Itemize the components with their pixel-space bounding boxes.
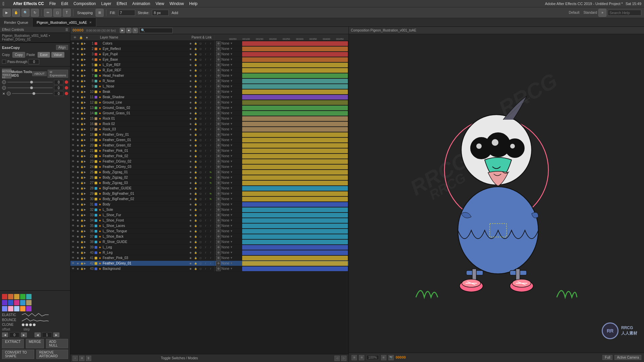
stroke-input[interactable] [152, 10, 169, 16]
layer-eye-btn-34[interactable]: 👁 [70, 223, 76, 229]
layer-color-box-1[interactable] [95, 48, 97, 50]
toolbar-shape-btn[interactable]: ◻ [53, 9, 61, 17]
align-button[interactable]: Align [56, 45, 68, 50]
layer-eye-btn-16[interactable]: 👁 [70, 127, 76, 132]
sw-lock-11[interactable]: 🔒 [193, 100, 198, 105]
layer-name-16[interactable]: Rock_03 [103, 127, 188, 131]
sw-collapse-25[interactable]: ◻ [198, 175, 203, 180]
parent-icon-23[interactable]: ⊙ [216, 165, 221, 169]
parent-icon-1[interactable]: ⊙ [216, 47, 221, 51]
sw-lock-37[interactable]: 🔒 [193, 240, 198, 244]
layer-expand-btn-4[interactable]: ▶ [84, 63, 87, 66]
red-dot-3[interactable] [65, 92, 68, 95]
layer-lock-btn-34[interactable]: 🔒 [80, 224, 84, 228]
ease-button[interactable]: Ease [38, 52, 50, 58]
layer-eye-btn-37[interactable]: 👁 [70, 239, 76, 245]
layer-solo-btn-8[interactable]: ◉ [76, 84, 80, 88]
layer-lock-btn-5[interactable]: 🔒 [80, 68, 84, 72]
layer-solo-btn-39[interactable]: ◉ [76, 251, 80, 255]
layer-row[interactable]: 👁 ◉ 🔒 ▶ 13 ★ Ground_Grass_02 ◉ 🔒 ◻ / / [70, 105, 348, 111]
sw-solo-20[interactable]: ◉ [188, 148, 193, 153]
layer-solo-btn-16[interactable]: ◉ [76, 127, 80, 131]
parent-arrow-28[interactable]: ▼ [230, 192, 233, 195]
parent-icon-0[interactable]: ⊙ [216, 41, 221, 46]
layer-lock-btn-14[interactable]: 🔒 [80, 117, 84, 121]
sw-solo-11[interactable]: ◉ [188, 100, 193, 105]
parent-icon-25[interactable]: ⊙ [216, 175, 221, 180]
sw-slash-36[interactable]: / [208, 234, 213, 239]
layer-color-box-33[interactable] [95, 219, 97, 222]
layer-color-box-12[interactable] [95, 107, 97, 109]
step-increase-btn[interactable]: ▶ [53, 333, 59, 337]
layer-row[interactable]: 👁 ◉ 🔒 ▶ 34 ★ L_Shoe_Front ◉ 🔒 ◻ / / ⊙ [70, 218, 348, 223]
parent-arrow-8[interactable]: ▼ [230, 85, 233, 88]
parent-arrow-38[interactable]: ▼ [230, 246, 233, 249]
layer-solo-btn-0[interactable]: ◉ [76, 42, 80, 46]
timeline-loop-btn[interactable]: ↻ [132, 28, 138, 33]
parent-icon-27[interactable]: ⊙ [216, 186, 221, 191]
sw-slash-32[interactable]: / [208, 213, 213, 218]
layer-eye-btn-41[interactable]: 👁 [70, 261, 76, 266]
parent-arrow-7[interactable]: ▼ [230, 79, 233, 82]
sw-collapse-11[interactable]: ◻ [198, 100, 203, 105]
layer-lock-btn-2[interactable]: 🔒 [80, 52, 84, 56]
layer-eye-btn-40[interactable]: 👁 [70, 255, 76, 261]
menu-layer[interactable]: Layer [99, 1, 114, 7]
layer-expand-btn-9[interactable]: ▶ [84, 90, 87, 93]
layer-name-28[interactable]: Body_BigFeather_01 [103, 192, 188, 195]
sw-collapse-40[interactable]: ◻ [198, 256, 203, 260]
sw-solo-32[interactable]: ◉ [188, 213, 193, 218]
sw-solo-36[interactable]: ◉ [188, 234, 193, 239]
layer-row[interactable]: 👁 ◉ 🔒 ▶ 38 ★ R_Shoe_GUIDE ◉ 🔒 ◻ / / ⊙ [70, 239, 348, 245]
tab-render-queue[interactable]: Render Queue [0, 18, 33, 27]
sw-collapse-36[interactable]: ◻ [198, 234, 203, 239]
parent-arrow-41[interactable]: ▼ [230, 262, 233, 265]
convert-shape-button[interactable]: CONVERT TO SHAPE [2, 350, 34, 359]
layer-row[interactable]: 👁 ◉ 🔒 ▶ 23 ★ Feather_DGrey_02 ◉ 🔒 ◻ / / [70, 159, 348, 164]
layer-row[interactable]: 👁 ◉ 🔒 ▶ 7 ★ Head_Feather ◉ 🔒 ◻ / / ⊙ [70, 73, 348, 78]
sw-collapse-39[interactable]: ◻ [198, 250, 203, 255]
layer-solo-btn-13[interactable]: ◉ [76, 111, 80, 115]
sw-lock-8[interactable]: 🔒 [193, 84, 198, 89]
layer-lock-btn-10[interactable]: 🔒 [80, 95, 84, 99]
sw-quality-27[interactable]: / [203, 186, 208, 191]
parent-arrow-35[interactable]: ▼ [230, 230, 233, 233]
sw-slash-42[interactable]: / [208, 266, 213, 271]
layer-row[interactable]: 👁 ◉ 🔒 ▶ 30 ★ Body_BigFeather_02 ◉ 🔒 ◻ / … [70, 196, 348, 202]
sw-collapse-18[interactable]: ◻ [198, 138, 203, 142]
layer-row[interactable]: 👁 ◉ 🔒 ▶ 16 ★ Rock 02 ◉ 🔒 ◻ / / ⊙ [70, 121, 348, 127]
parent-icon-12[interactable]: ⊙ [216, 106, 221, 110]
parent-icon-40[interactable]: ⊙ [216, 256, 221, 260]
slider-track-3[interactable] [12, 93, 53, 94]
layer-row[interactable]: 👁 ◉ 🔒 ▶ 24 ★ Feather_DGrey_03 ◉ 🔒 ◻ / / [70, 164, 348, 170]
sw-solo-8[interactable]: ◉ [188, 84, 193, 89]
layer-row[interactable]: 👁 ◉ 🔒 ▶ 43 ★ Background ◉ 🔒 ◻ / / ⊙ [70, 266, 348, 272]
layer-eye-btn-38[interactable]: 👁 [70, 245, 76, 250]
layer-name-1[interactable]: Eye_Reflect [103, 47, 188, 51]
layer-expand-btn-2[interactable]: ▶ [84, 53, 87, 56]
layer-expand-btn-15[interactable]: ▶ [84, 122, 87, 125]
sw-quality-39[interactable]: / [203, 250, 208, 255]
layer-eye-btn-36[interactable]: 👁 [70, 234, 76, 239]
layer-color-box-35[interactable] [95, 230, 97, 233]
menu-window[interactable]: Window [167, 1, 186, 7]
sw-slash-35[interactable]: / [208, 229, 213, 234]
parent-arrow-30[interactable]: ▼ [230, 203, 233, 206]
number-input[interactable] [29, 59, 39, 64]
layer-row[interactable]: 👁 ◉ 🔒 ▶ 18 ★ Feather_Grey_01 ◉ 🔒 ◻ / / [70, 132, 348, 137]
layer-color-box-8[interactable] [95, 85, 97, 88]
sw-slash-1[interactable]: / [208, 47, 213, 51]
layer-expand-btn-13[interactable]: ▶ [84, 112, 87, 115]
layer-name-32[interactable]: L_Shoe_Fur [103, 213, 188, 217]
layer-lock-btn-27[interactable]: 🔒 [80, 186, 84, 190]
parent-icon-17[interactable]: ⊙ [216, 132, 221, 137]
layer-solo-btn-6[interactable]: ◉ [76, 74, 80, 78]
layer-expand-btn-22[interactable]: ▶ [84, 160, 87, 163]
menu-effect[interactable]: Effect [114, 1, 129, 7]
layer-solo-btn-25[interactable]: ◉ [76, 176, 80, 180]
sw-solo-38[interactable]: ◉ [188, 245, 193, 250]
sw-slash-9[interactable]: / [208, 89, 213, 94]
sw-quality-18[interactable]: / [203, 138, 208, 142]
sw-solo-6[interactable]: ◉ [188, 73, 193, 78]
sw-collapse-13[interactable]: ◻ [198, 111, 203, 116]
